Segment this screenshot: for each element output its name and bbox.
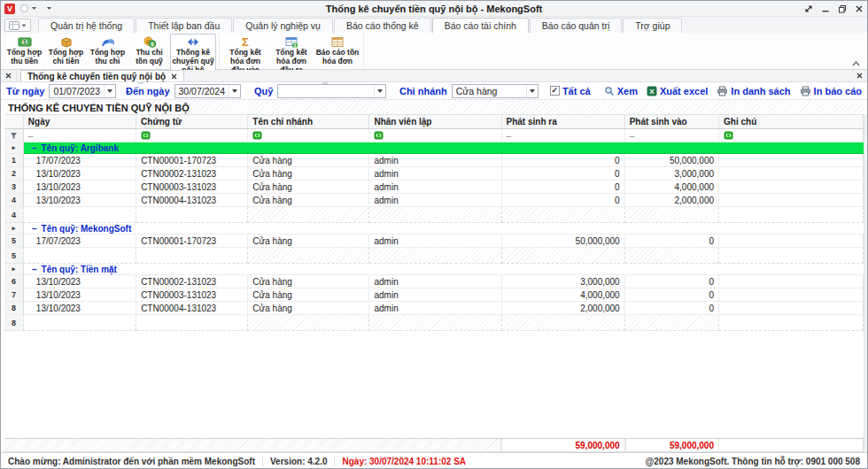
action-button-0[interactable]: Xem — [604, 86, 638, 96]
column-header-ghichu[interactable]: Ghi chú — [719, 115, 864, 129]
summary-cell-ra — [502, 207, 625, 223]
filter-cell-chinhanh[interactable] — [248, 129, 369, 142]
application-menu-button[interactable] — [4, 19, 31, 32]
to-date-picker[interactable]: 30/07/2024 — [174, 84, 242, 98]
action-button-2[interactable]: In danh sách — [717, 86, 790, 96]
filter-cell-chungtu[interactable] — [136, 129, 248, 142]
ribbon-tab-3[interactable]: Báo cáo thống kê — [334, 18, 431, 33]
column-header-vao[interactable]: Phát sinh vào — [625, 115, 719, 129]
summary-cell-ghichu — [719, 207, 864, 223]
ribbon-button-label: Tổng hợp thu tiền — [4, 49, 44, 66]
filter-cell-ghichu[interactable] — [719, 129, 864, 142]
ribbon-tab-5[interactable]: Báo cáo quản trị — [530, 18, 622, 33]
summary-cell-ngay — [24, 248, 136, 264]
ribbon-button[interactable]: Tổng hợp thu chi — [87, 34, 128, 68]
dropdown-icon[interactable] — [229, 85, 240, 97]
invoice-stock-icon — [330, 35, 345, 48]
fund-select[interactable] — [277, 84, 385, 98]
group-row-2[interactable]: ▸–Tên quỹ: Tiền mặt — [4, 264, 864, 275]
ribbon-button[interactable]: $Tổng hợp thu tiền — [4, 34, 45, 68]
ribbon-button[interactable]: C$Thu chi tồn quỹ — [128, 34, 170, 68]
column-header-ra[interactable]: Phát sinh ra — [502, 115, 625, 129]
cell-chinhanh: Cửa hàng — [248, 167, 369, 181]
document-tab[interactable]: Thống kê chuyển tiền quỹ nội bộ — [20, 70, 184, 81]
collapse-minus-icon[interactable]: – — [32, 265, 37, 274]
row-number: 1 — [4, 154, 24, 167]
summary-cell-nhanvien — [369, 248, 501, 264]
summary-row-number: 4 — [4, 207, 24, 223]
filter-cell-ra[interactable]: – — [502, 129, 625, 142]
cell-ngay: 17/07/2023 — [24, 234, 136, 248]
column-header-ngay[interactable]: Ngày — [24, 115, 136, 129]
data-row[interactable]: 313/10/2023CTN00003-131023Cửa hàngadmin0… — [4, 181, 864, 194]
action-button-1[interactable]: XXuất excel — [647, 86, 708, 96]
ribbon-button[interactable]: Tổng hợp chi tiền — [45, 34, 87, 68]
close-tab-icon[interactable] — [171, 73, 177, 80]
ribbon-collapse-icon[interactable] — [852, 61, 860, 66]
group-row-1[interactable]: ▸–Tên quỹ: MekongSoft — [4, 223, 864, 234]
cell-ra: 50,000,000 — [502, 234, 625, 248]
summary-cell-ngay — [24, 207, 136, 223]
ribbon-tab-1[interactable]: Thiết lập ban đầu — [136, 18, 232, 33]
group-row-0[interactable]: ▸–Tên quỹ: Argibank — [4, 142, 864, 154]
ribbon-tab-6[interactable]: Trợ giúp — [623, 18, 682, 33]
action-button-3[interactable]: In báo cáo — [800, 86, 862, 96]
column-header-chungtu[interactable]: Chứng từ — [136, 115, 248, 129]
to-date-value: 30/07/2024 — [175, 86, 229, 96]
summary-cell-ghichu — [719, 248, 864, 264]
cell-chinhanh: Cửa hàng — [248, 288, 369, 302]
vertical-scrollbar[interactable] — [864, 114, 867, 452]
summary-row-number: 5 — [4, 248, 24, 264]
data-row[interactable]: 213/10/2023CTN00002-131023Cửa hàngadmin0… — [4, 167, 864, 181]
data-row[interactable]: 813/10/2023CTN00004-131023Cửa hàngadmin2… — [4, 302, 864, 315]
app-logo: V — [4, 4, 15, 14]
ribbon-button-label: Tổng hợp thu chi — [88, 49, 128, 66]
filter-cell-ngay[interactable]: – — [24, 129, 136, 142]
dropdown-icon[interactable] — [104, 85, 115, 97]
group-header-label: –Tên quỹ: Argibank — [24, 142, 864, 154]
data-row[interactable]: 117/07/2023CTN00001-170723Cửa hàngadmin0… — [4, 154, 864, 167]
expand-icon[interactable] — [804, 4, 813, 13]
cell-vao: 0 — [625, 234, 719, 248]
data-row[interactable]: 413/10/2023CTN00004-131023Cửa hàngadmin0… — [4, 194, 864, 207]
invoice-out-icon: x — [284, 35, 298, 48]
close-icon[interactable] — [855, 4, 864, 13]
close-document-button[interactable] — [851, 70, 867, 81]
minimize-icon[interactable] — [821, 4, 830, 13]
from-date-picker[interactable]: 01/07/2023 — [49, 84, 116, 98]
ribbon-tab-4[interactable]: Báo cáo tài chính — [432, 18, 529, 33]
cell-ngay: 17/07/2023 — [24, 154, 136, 167]
ribbon-tab-strip: Quản trị hệ thốngThiết lập ban đầuQuản l… — [1, 17, 867, 33]
cell-chungtu: CTN00002-131023 — [136, 275, 248, 288]
cell-ngay: 13/10/2023 — [24, 288, 136, 302]
branch-select[interactable]: Cửa hàng — [452, 84, 539, 98]
cell-nhanvien: admin — [369, 275, 501, 288]
ribbon-tab-0[interactable]: Quản trị hệ thống — [38, 18, 135, 33]
column-header-chinhanh[interactable]: Tên chi nhánh — [248, 115, 369, 129]
chevron-down-icon[interactable] — [31, 6, 37, 11]
dropdown-icon[interactable] — [374, 85, 385, 97]
quick-access-circle-icon[interactable] — [19, 4, 29, 13]
collapse-minus-icon[interactable]: – — [32, 143, 37, 153]
restore-icon[interactable] — [838, 4, 847, 13]
filter-cell-nhanvien[interactable] — [369, 129, 501, 142]
grid-filter-row[interactable]: ––– — [4, 129, 864, 142]
row-number: 6 — [4, 275, 24, 288]
summary-cell-ngay — [24, 315, 136, 331]
collapse-minus-icon[interactable]: – — [32, 224, 37, 234]
dropdown-icon[interactable] — [526, 85, 538, 97]
data-row[interactable]: 517/07/2023CTN00001-170723Cửa hàngadmin5… — [4, 234, 864, 248]
ribbon-tab-2[interactable]: Quản lý nghiệp vụ — [233, 18, 333, 33]
document-tab-strip: Thống kê chuyển tiền quỹ nội bộ — [1, 70, 867, 82]
filter-cell-vao[interactable]: – — [625, 129, 719, 142]
cell-ghichu — [719, 154, 864, 167]
data-row[interactable]: 613/10/2023CTN00002-131023Cửa hàngadmin3… — [4, 275, 864, 288]
document-tab-label: Thống kê chuyển tiền quỹ nội bộ — [27, 72, 166, 81]
data-row[interactable]: 713/10/2023CTN00003-131023Cửa hàngadmin4… — [4, 288, 864, 302]
summary-cell-chungtu — [136, 315, 248, 331]
chevron-down-icon[interactable] — [46, 6, 52, 11]
select-all-checkbox[interactable]: ✓ Tất cả — [550, 86, 591, 96]
close-all-tabs-button[interactable] — [1, 70, 17, 81]
column-header-nhanvien[interactable]: Nhân viên lập — [369, 115, 501, 129]
ribbon-button[interactable]: Báo cáo tồn hóa đơn — [314, 34, 360, 68]
